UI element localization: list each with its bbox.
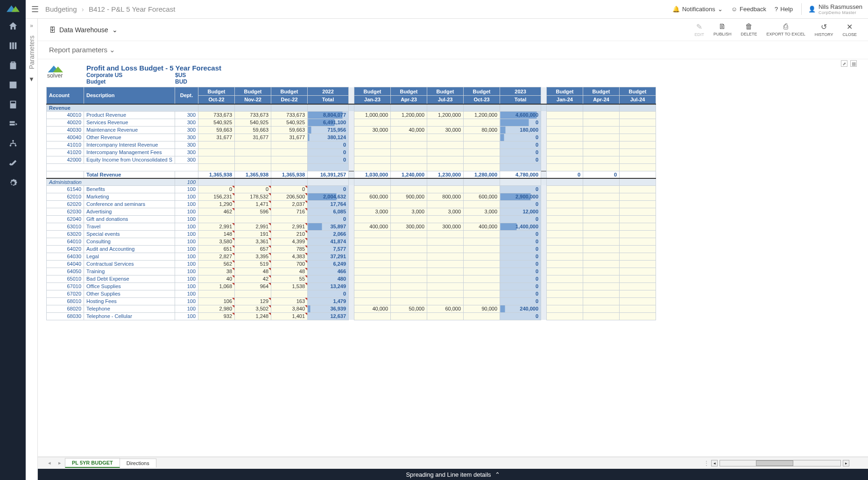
budget-cell[interactable]	[354, 119, 391, 126]
budget-cell[interactable]	[583, 185, 620, 193]
budget-cell[interactable]	[464, 260, 500, 268]
budget-cell[interactable]	[391, 200, 427, 208]
budget-cell[interactable]	[391, 230, 427, 238]
budget-cell[interactable]: 1,200,000	[391, 111, 427, 119]
budget-cell[interactable]: 1,471	[235, 200, 271, 208]
budget-cell[interactable]	[464, 275, 500, 282]
budget-cell[interactable]	[354, 141, 391, 148]
budget-cell[interactable]	[235, 141, 271, 148]
home-icon[interactable]	[7, 21, 19, 32]
budget-cell[interactable]: 1,200,000	[427, 111, 464, 119]
budget-cell[interactable]: 106	[198, 297, 235, 305]
budget-cell[interactable]	[427, 215, 464, 223]
budget-cell[interactable]	[354, 230, 391, 238]
budget-cell[interactable]	[464, 148, 500, 156]
budget-cell[interactable]: 716	[271, 208, 308, 215]
budget-cell[interactable]	[354, 290, 391, 297]
budget-cell[interactable]: 733,673	[198, 111, 235, 119]
budget-cell[interactable]: 90,000	[464, 305, 500, 312]
budget-cell[interactable]: 3,000	[427, 208, 464, 215]
budget-cell[interactable]	[547, 111, 583, 119]
budget-cell[interactable]	[620, 305, 656, 312]
budget-cell[interactable]: 2,980	[198, 305, 235, 312]
table-row[interactable]: 63010Travel1002,9912,9912,99135,897400,0…	[47, 223, 656, 230]
budget-cell[interactable]: 400,000	[464, 223, 500, 230]
budget-cell[interactable]	[427, 230, 464, 238]
budget-cell[interactable]: 600,000	[354, 193, 391, 200]
budget-cell[interactable]	[427, 238, 464, 245]
budget-cell[interactable]	[620, 200, 656, 208]
budget-cell[interactable]	[271, 290, 308, 297]
budget-cell[interactable]	[583, 297, 620, 305]
budget-cell[interactable]	[583, 312, 620, 320]
budget-cell[interactable]	[583, 260, 620, 268]
budget-cell[interactable]	[583, 141, 620, 148]
datasource-selector[interactable]: 🗄 Data Warehouse ⌄	[49, 26, 118, 34]
table-row[interactable]: 68020Telephone1002,9803,5023,84036,93940…	[47, 305, 656, 312]
budget-cell[interactable]: 800,000	[427, 193, 464, 200]
budget-cell[interactable]	[583, 200, 620, 208]
budget-cell[interactable]: 657	[235, 245, 271, 253]
budget-cell[interactable]: 59,663	[198, 126, 235, 134]
tab-directions[interactable]: Directions	[120, 459, 156, 467]
delete-button[interactable]: 🗑DELETE	[741, 22, 757, 37]
budget-cell[interactable]: 3,840	[271, 305, 308, 312]
budget-cell[interactable]	[547, 119, 583, 126]
budget-cell[interactable]	[391, 297, 427, 305]
budget-cell[interactable]	[547, 200, 583, 208]
budget-cell[interactable]	[354, 297, 391, 305]
tools-icon[interactable]	[7, 158, 19, 169]
budget-cell[interactable]	[547, 290, 583, 297]
budget-cell[interactable]: 48	[235, 268, 271, 275]
budget-cell[interactable]: 1,401	[271, 312, 308, 320]
budget-cell[interactable]	[464, 230, 500, 238]
budget-cell[interactable]	[354, 134, 391, 141]
table-row[interactable]: 40020Services Revenue300540,925540,92554…	[47, 119, 656, 126]
budget-cell[interactable]	[464, 245, 500, 253]
export-button[interactable]: ⎙EXPORT TO EXCEL	[766, 22, 805, 37]
budget-cell[interactable]	[198, 148, 235, 156]
books-icon[interactable]	[7, 40, 19, 51]
budget-cell[interactable]	[354, 245, 391, 253]
budget-cell[interactable]: 3,000	[354, 208, 391, 215]
budget-cell[interactable]	[547, 230, 583, 238]
table-row[interactable]: 64040Contractual Services1005625197006,2…	[47, 260, 656, 268]
budget-cell[interactable]	[464, 185, 500, 193]
table-row[interactable]: 62020Conference and seminars1001,2901,47…	[47, 200, 656, 208]
help-button[interactable]: ? Help	[775, 6, 793, 13]
budget-cell[interactable]: 191	[235, 230, 271, 238]
budget-cell[interactable]: 42	[235, 275, 271, 282]
budget-cell[interactable]	[464, 200, 500, 208]
budget-cell[interactable]: 3,000	[391, 208, 427, 215]
split-handle-icon[interactable]: ⋮	[704, 460, 709, 466]
budget-cell[interactable]	[427, 312, 464, 320]
budget-cell[interactable]	[583, 275, 620, 282]
budget-cell[interactable]	[391, 156, 427, 163]
budget-cell[interactable]	[547, 260, 583, 268]
budget-cell[interactable]: 3,580	[198, 238, 235, 245]
filter-icon[interactable]: ▼	[28, 76, 35, 83]
table-row[interactable]: 42000Equity Income from Unconsolidated S…	[47, 156, 656, 163]
feedback-button[interactable]: ☺ Feedback	[731, 6, 766, 13]
budget-cell[interactable]	[198, 156, 235, 163]
budget-cell[interactable]	[583, 290, 620, 297]
budget-cell[interactable]	[620, 156, 656, 163]
table-row[interactable]: 65010Bad Debt Expense1004042554800	[47, 275, 656, 282]
budget-cell[interactable]	[354, 253, 391, 260]
budget-cell[interactable]	[583, 193, 620, 200]
table-row[interactable]: 40030Maintenance Revenue30059,66359,6635…	[47, 126, 656, 134]
budget-cell[interactable]	[583, 119, 620, 126]
budget-cell[interactable]	[583, 282, 620, 290]
tab-prev-icon[interactable]: ◂	[44, 460, 55, 466]
budget-cell[interactable]	[547, 223, 583, 230]
budget-cell[interactable]: 2,037	[271, 200, 308, 208]
data-icon[interactable]	[7, 119, 19, 130]
budget-cell[interactable]: 733,673	[271, 111, 308, 119]
budget-cell[interactable]	[620, 208, 656, 215]
budget-grid[interactable]: AccountDescriptionDept.BudgetBudgetBudge…	[46, 87, 656, 320]
budget-cell[interactable]: 596	[235, 208, 271, 215]
table-row[interactable]: 61540Benefits10000000	[47, 185, 656, 193]
budget-cell[interactable]: 540,925	[198, 119, 235, 126]
grid-icon[interactable]: ▦	[850, 60, 857, 67]
budget-cell[interactable]	[391, 148, 427, 156]
